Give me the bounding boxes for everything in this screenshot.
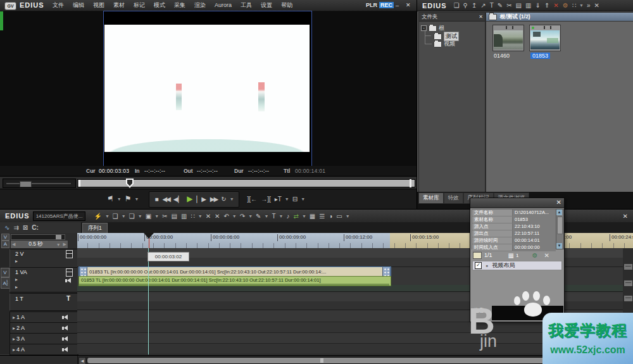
track-scroll-button[interactable] [624,263,633,270]
track-header-2v[interactable]: 2 V ▸ [9,249,78,268]
plr-mode-label[interactable]: PLR [366,2,377,8]
track-1va-speaker-icon[interactable] [65,278,72,284]
new-sequence-icon[interactable]: ❑ [111,211,120,221]
track-3a-speaker-icon[interactable] [62,336,69,342]
scroll-down-icon[interactable]: ▼ [556,243,562,249]
scroll-up-icon[interactable]: ▲ [556,210,562,215]
playhead-line[interactable] [148,248,149,355]
track-2a-speaker-icon[interactable] [62,325,69,331]
multicam-button[interactable]: ⊟ [291,194,299,204]
menu-marker[interactable]: 标记 [129,0,149,11]
monitor-dropdown-icon[interactable]: ▼ [344,214,351,218]
track-scroll-button[interactable] [624,295,633,302]
more-icons-chevrons[interactable]: » [585,1,592,10]
undo-dropdown-icon[interactable]: ▼ [231,214,238,218]
menu-aurora[interactable]: Aurora [210,0,236,11]
fast-forward-button[interactable]: ▶▶ [208,194,219,204]
tab-sequence-1[interactable]: 序列1 [82,223,108,234]
effects-dropdown-icon[interactable]: ▼ [104,214,111,218]
marker-dropdown-icon[interactable]: ▼ [263,214,270,218]
play-button[interactable]: ▶ [185,194,194,204]
rec-mode-badge[interactable]: REC [379,2,394,8]
menu-tools[interactable]: 工具 [236,0,256,11]
new-dropdown-icon[interactable]: ▼ [120,214,127,218]
grid-view-icon[interactable]: ▦ [308,211,317,221]
effect-name[interactable]: 视频布局 [492,261,515,270]
voiceover-icon[interactable]: ♪ [284,211,291,221]
play-cursor-dropdown-icon[interactable]: ▼ [284,197,291,201]
set-out-button[interactable]: ⚑ [123,194,134,204]
menu-clip[interactable]: 素材 [109,0,129,11]
menu-file[interactable]: 文件 [48,0,68,11]
title-dropdown-icon[interactable]: ▼ [278,214,285,218]
timescale-left-icon[interactable]: ◀ [11,242,16,247]
track-header-1va[interactable]: 1 VA ▸ ▸ [9,267,78,292]
audio-scale-button[interactable]: A [1,241,9,248]
layer-list-icon[interactable]: ▦ [506,251,516,260]
search-icon[interactable]: ⚲ [461,1,470,10]
player-close-button[interactable]: ✕ [406,2,411,8]
step-forward-button[interactable]: ▏▶ [194,194,208,204]
menu-capture[interactable]: 采集 [170,0,190,11]
properties-scrollbar[interactable]: ▲ ▼ [556,209,564,249]
tree-video-label[interactable]: 视频 [444,40,455,48]
add-from-timeline-icon[interactable]: ⇑ [542,1,551,10]
set-out-dropdown-icon[interactable]: ▼ [133,197,140,201]
track-1a-speaker-icon[interactable] [62,315,69,320]
edit-clip-icon[interactable]: ✎ [496,1,505,10]
audio-mixer-icon[interactable]: ☰ [317,211,327,221]
effect-settings-icon[interactable]: ⚙ [530,251,539,260]
title-tool-icon[interactable]: T [270,211,277,221]
set-in-dropdown-icon[interactable]: ▼ [116,197,123,201]
menu-mode[interactable]: 模式 [149,0,170,11]
track-4a-speaker-icon[interactable] [62,347,69,353]
scroll-left-button[interactable]: ◀ [78,357,86,364]
scrollbar-thumb[interactable] [557,217,563,234]
marker-icon[interactable]: ✎ [254,211,263,221]
effects-icon[interactable]: ⚡ [92,211,103,221]
track-height-handle[interactable] [56,235,61,239]
track-2v-video-icon[interactable] [66,250,73,258]
clip-name-01460[interactable]: 01460 [494,53,510,59]
timescale-down-icon[interactable]: ▼ [55,242,62,247]
playhead-triangle-icon[interactable] [144,233,154,239]
trim-out-button[interactable]: →][ [259,194,273,204]
track-header-4a[interactable]: ▸ 4 A [9,344,78,355]
redo-icon[interactable]: ↷ [238,211,247,221]
replace-icon[interactable]: ∷ [189,211,196,221]
shuttle-handle[interactable] [20,181,32,187]
track-1a-expand-icon[interactable]: ▸ [13,315,15,320]
export-icon[interactable]: ↗ [479,1,487,10]
new-folder-icon[interactable]: ❏ [452,1,461,10]
effect-row-video-layout[interactable]: ✓ ● 视频布局 [472,261,562,270]
track-height-slider[interactable] [11,234,65,240]
timescale-right-icon[interactable]: ▶ [62,242,68,247]
track-1t-title-icon[interactable]: T [66,295,70,302]
up-folder-icon[interactable]: ↥ [470,1,479,10]
bin-close-button[interactable]: ✕ [592,1,601,10]
add-to-timeline-icon[interactable]: ⇓ [534,1,542,10]
cut-icon[interactable]: ✂ [160,211,169,221]
insert-mode-icon[interactable]: ⇉ [11,223,20,232]
scrollbar-thumb[interactable] [87,357,621,364]
color-correction-icon[interactable]: ◑ [327,211,334,221]
track-header-1t[interactable]: 1 T T [9,293,78,311]
player-minimize-button[interactable]: _ [396,0,399,6]
set-in-button[interactable]: ⚑ [105,194,116,204]
save-project-icon[interactable]: ▣ [144,211,153,221]
view-dropdown-icon[interactable]: ▼ [578,3,585,8]
menu-settings[interactable]: 设置 [256,0,277,11]
tab-asset-library[interactable]: 素材库 [418,192,444,204]
track-header-1a[interactable]: ▸ 1 A [9,311,78,323]
track-va-v-button[interactable]: V [1,268,9,277]
cut-icon[interactable]: ✂ [505,1,513,10]
menu-render[interactable]: 渲染 [190,0,210,11]
multicam-dropdown-icon[interactable]: ▼ [299,197,306,201]
timescale-selector[interactable]: ◀ 0.5 秒 ▼ ▶ [10,240,68,249]
track-va-a-button[interactable]: A 1 2 [1,277,10,289]
track-2v-expand-icon[interactable]: ▸ [15,258,18,264]
folder-panel-close-icon[interactable]: ✕ [479,14,483,20]
video-scale-button[interactable]: V [1,234,9,241]
position-playhead[interactable] [126,179,134,188]
loop-dropdown-icon[interactable]: ▼ [229,197,235,201]
